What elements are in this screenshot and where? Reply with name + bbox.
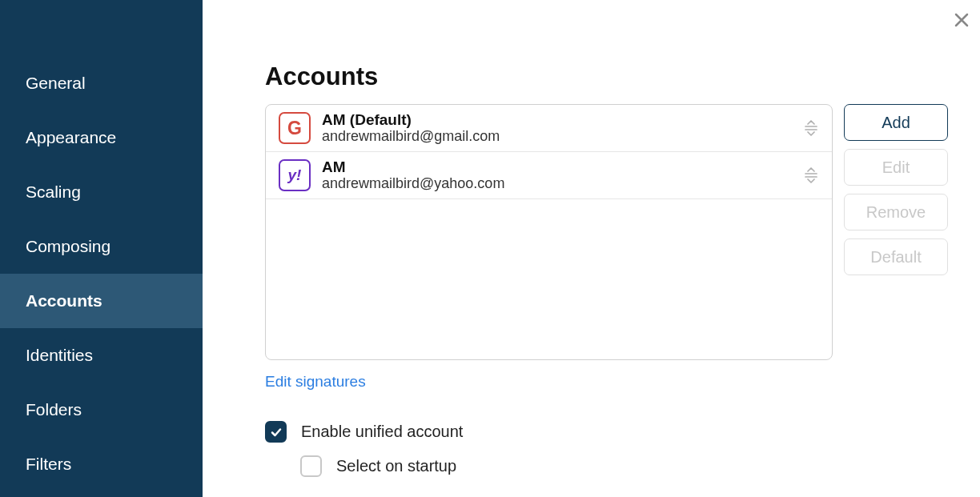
page-title: Accounts	[265, 62, 948, 91]
sidebar-item-scaling[interactable]: Scaling	[0, 165, 203, 219]
close-icon	[954, 13, 969, 27]
account-email: andrewmailbird@gmail.com	[322, 128, 792, 145]
settings-sidebar: General Appearance Scaling Composing Acc…	[0, 0, 203, 497]
edit-button[interactable]: Edit	[844, 149, 948, 186]
sidebar-item-general[interactable]: General	[0, 56, 203, 110]
account-item[interactable]: G AM (Default) andrewmailbird@gmail.com	[266, 105, 832, 152]
sidebar-item-composing[interactable]: Composing	[0, 219, 203, 274]
action-buttons: Add Edit Remove Default	[844, 104, 948, 360]
account-email: andrewmailbird@yahoo.com	[322, 175, 792, 192]
account-name: AM (Default)	[322, 111, 792, 129]
select-on-startup-checkbox[interactable]	[300, 455, 322, 477]
select-on-startup-label: Select on startup	[336, 457, 456, 475]
sidebar-item-identities[interactable]: Identities	[0, 328, 203, 383]
sidebar-item-folders[interactable]: Folders	[0, 383, 203, 437]
enable-unified-row: Enable unified account	[265, 421, 948, 443]
sidebar-item-filters[interactable]: Filters	[0, 437, 203, 491]
add-button[interactable]: Add	[844, 104, 948, 141]
yahoo-icon: y!	[279, 159, 311, 191]
accounts-row: G AM (Default) andrewmailbird@gmail.com …	[265, 104, 948, 360]
accounts-list: G AM (Default) andrewmailbird@gmail.com …	[265, 104, 833, 360]
reorder-handle-icon[interactable]	[803, 119, 819, 137]
default-button[interactable]: Default	[844, 238, 948, 275]
enable-unified-label: Enable unified account	[301, 423, 463, 441]
account-name: AM	[322, 158, 792, 176]
select-on-startup-row: Select on startup	[300, 455, 948, 477]
sidebar-item-appearance[interactable]: Appearance	[0, 110, 203, 165]
account-item[interactable]: y! AM andrewmailbird@yahoo.com	[266, 152, 832, 199]
gmail-icon: G	[279, 112, 311, 144]
close-button[interactable]	[954, 10, 969, 30]
sidebar-item-accounts[interactable]: Accounts	[0, 274, 203, 328]
checkmark-icon	[270, 426, 283, 439]
remove-button[interactable]: Remove	[844, 194, 948, 230]
account-info: AM andrewmailbird@yahoo.com	[322, 158, 792, 192]
reorder-handle-icon[interactable]	[803, 166, 819, 184]
main-content: Accounts G AM (Default) andrewmailbird@g…	[203, 0, 980, 497]
edit-signatures-link[interactable]: Edit signatures	[265, 373, 366, 391]
enable-unified-checkbox[interactable]	[265, 421, 287, 443]
account-info: AM (Default) andrewmailbird@gmail.com	[322, 111, 792, 145]
